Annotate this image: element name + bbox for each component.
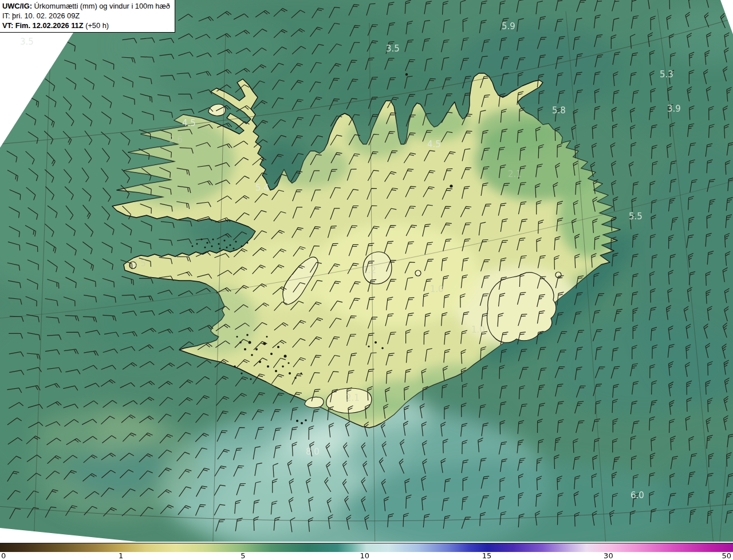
map-value-label: 3.5 — [20, 37, 34, 47]
map-value-label: 5.4 — [255, 183, 269, 193]
weather-map-page: 3.55.93.55.33.95.84.52.64.52.15.45.52.51… — [0, 0, 733, 560]
colorbar-tick-label: 5 — [241, 551, 245, 560]
map-value-label: 4.5 — [427, 139, 441, 149]
product-id: UWC/IG: — [2, 2, 32, 10]
map-value-label: 1.0 — [430, 284, 444, 294]
title-box: UWC/IG: Úrkomumætti (mm) og vindur i 100… — [0, 0, 175, 33]
map-value-label: 3.5 — [386, 44, 400, 54]
map-value-label: 2.1 — [508, 169, 522, 179]
map-value-label: 2.6 — [169, 135, 183, 145]
colorbar-tick-label: 10 — [360, 551, 370, 560]
map-value-label: 1.2 — [362, 265, 376, 275]
map-value-label: 3.9 — [667, 104, 681, 114]
map-value-label: 2.1 — [346, 393, 360, 403]
product-subtitle: Úrkomumætti (mm) og vindur i 100m hæð — [34, 2, 170, 10]
valid-time: VT: Fim. 12.02.2026 11Z (+50 h) — [2, 21, 170, 30]
map-value-label: 5.8 — [552, 105, 566, 116]
map-value-label: 1.0 — [471, 325, 485, 335]
title-line: UWC/IG: Úrkomumætti (mm) og vindur i 100… — [2, 1, 170, 11]
colorbar: 01510153050 — [0, 542, 733, 560]
colorbar-tick-label: 15 — [482, 551, 492, 560]
map-value-label: 2.5 — [132, 258, 146, 269]
map-value-label: 5.5 — [629, 211, 643, 222]
map-canvas: 3.55.93.55.33.95.84.52.64.52.15.45.52.51… — [0, 0, 733, 560]
map-value-label: 6.0 — [630, 490, 644, 500]
colorbar-gradient — [0, 543, 733, 552]
colorbar-tick-label: 1 — [119, 551, 123, 560]
map-value-label: 5.3 — [660, 69, 673, 80]
map-value-label: 5.9 — [502, 21, 515, 31]
map-value-label: 8.0 — [306, 447, 320, 457]
colorbar-tick-label: 0 — [1, 551, 6, 560]
init-time: IT: þri. 10. 02. 2026 09Z — [2, 11, 170, 21]
colorbar-tick-label: 30 — [604, 551, 613, 560]
map-value-label: 4.5 — [182, 118, 196, 128]
colorbar-tick-label: 50 — [722, 551, 731, 560]
